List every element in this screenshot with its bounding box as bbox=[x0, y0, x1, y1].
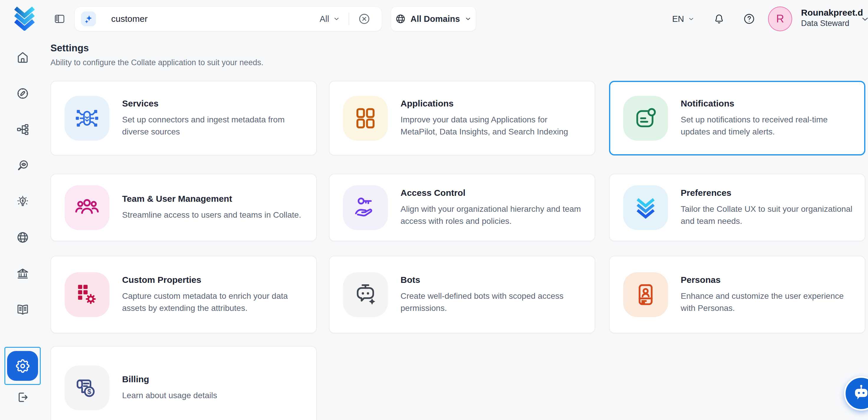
globe-icon bbox=[395, 13, 406, 25]
user-name: Rounakpreet.d bbox=[801, 7, 863, 18]
sidebar-item-domains[interactable] bbox=[16, 231, 30, 244]
svg-text:$: $ bbox=[87, 388, 91, 395]
chevron-down-icon[interactable] bbox=[333, 15, 340, 23]
user-avatar[interactable]: R bbox=[768, 6, 792, 31]
card-text: ServicesSet up connectors and ingest met… bbox=[122, 98, 316, 138]
chevron-down-icon bbox=[464, 15, 472, 23]
settings-card-access-control[interactable]: Access ControlAlign with your organizati… bbox=[329, 174, 595, 241]
clear-search-icon[interactable] bbox=[358, 12, 371, 26]
team-icon bbox=[65, 185, 110, 230]
billing-icon: $ bbox=[65, 365, 110, 410]
card-title: Services bbox=[122, 98, 306, 109]
lineage-icon bbox=[16, 132, 30, 137]
sidebar-item-observability[interactable] bbox=[16, 159, 30, 172]
bank-icon bbox=[16, 276, 30, 281]
bots-icon bbox=[343, 272, 388, 317]
topbar: customer All All Domains EN bbox=[0, 0, 868, 38]
card-text: PreferencesTailor the Collate UX to suit… bbox=[681, 188, 865, 227]
chevron-down-icon bbox=[687, 16, 695, 23]
user-menu[interactable]: Rounakpreet.d Data Steward bbox=[801, 7, 863, 29]
personas-icon bbox=[623, 272, 668, 317]
card-description: Set up connectors and ingest metadata fr… bbox=[122, 114, 306, 138]
logout-icon bbox=[16, 400, 30, 405]
card-text: Custom PropertiesCapture custom metadata… bbox=[122, 275, 316, 314]
settings-card-services[interactable]: ServicesSet up connectors and ingest met… bbox=[51, 81, 317, 155]
book-icon bbox=[16, 312, 30, 317]
card-title: Access Control bbox=[401, 188, 585, 198]
services-icon bbox=[65, 96, 110, 141]
card-text: NotificationsSet up notifications to rec… bbox=[681, 98, 864, 138]
sidebar-item-explore[interactable] bbox=[16, 87, 30, 100]
card-description: Improve your data using Applications for… bbox=[401, 114, 585, 138]
language-label: EN bbox=[672, 14, 684, 24]
collate-logo-icon[interactable] bbox=[13, 6, 36, 32]
card-title: Billing bbox=[122, 374, 217, 384]
ai-sparkle-icon bbox=[81, 11, 96, 26]
settings-card-billing[interactable]: $BillingLearn about usage details bbox=[51, 346, 317, 420]
card-text: BillingLearn about usage details bbox=[122, 374, 227, 401]
search-scope-dropdown[interactable]: All bbox=[320, 14, 329, 24]
divider bbox=[349, 13, 349, 25]
user-menu-chevron-icon[interactable] bbox=[860, 14, 868, 25]
settings-card-notifications[interactable]: NotificationsSet up notifications to rec… bbox=[609, 81, 865, 155]
card-title: Bots bbox=[401, 275, 585, 285]
user-role: Data Steward bbox=[801, 18, 863, 29]
card-title: Personas bbox=[681, 275, 855, 285]
settings-card-applications[interactable]: ApplicationsImprove your data using Appl… bbox=[329, 81, 595, 155]
robot-icon bbox=[850, 383, 868, 404]
applications-icon bbox=[343, 96, 388, 141]
notifications-bell-icon[interactable] bbox=[713, 13, 725, 26]
gear-icon bbox=[7, 351, 38, 381]
sidebar-item-governance[interactable] bbox=[16, 267, 30, 280]
sidebar-item-home[interactable] bbox=[16, 51, 30, 64]
settings-card-bots[interactable]: BotsCreate well-defined bots with scoped… bbox=[329, 256, 595, 333]
access-icon bbox=[343, 185, 388, 230]
page-subtitle: Ability to configure the Collate applica… bbox=[51, 58, 264, 67]
preferences-icon bbox=[623, 185, 668, 230]
card-description: Create well-defined bots with scoped acc… bbox=[401, 290, 585, 314]
card-text: PersonasEnhance and customize the user e… bbox=[681, 275, 865, 314]
settings-card-team-user-management[interactable]: Team & User ManagementStreamline access … bbox=[51, 174, 317, 241]
all-domains-button[interactable]: All Domains bbox=[391, 6, 476, 31]
avatar-initial: R bbox=[776, 13, 784, 25]
card-description: Learn about usage details bbox=[122, 389, 217, 401]
sidebar-item-settings[interactable] bbox=[4, 347, 41, 385]
card-text: BotsCreate well-defined bots with scoped… bbox=[401, 275, 595, 314]
search-input[interactable]: customer bbox=[111, 14, 148, 24]
card-title: Notifications bbox=[681, 98, 854, 109]
card-title: Team & User Management bbox=[122, 194, 301, 204]
left-nav-sidebar bbox=[0, 38, 45, 420]
card-description: Enhance and customize the user experienc… bbox=[681, 290, 855, 314]
collate-settings-page: customer All All Domains EN bbox=[0, 0, 868, 420]
custom-properties-icon bbox=[65, 272, 110, 317]
settings-card-preferences[interactable]: PreferencesTailor the Collate UX to suit… bbox=[609, 174, 865, 241]
language-selector[interactable]: EN bbox=[672, 0, 695, 38]
card-title: Applications bbox=[401, 98, 585, 109]
card-description: Align with your organizational hierarchy… bbox=[401, 203, 585, 227]
card-description: Streamline access to users and teams in … bbox=[122, 209, 301, 221]
card-title: Preferences bbox=[681, 188, 855, 198]
settings-card-personas[interactable]: PersonasEnhance and customize the user e… bbox=[609, 256, 865, 333]
global-search-bar[interactable]: customer All bbox=[74, 6, 382, 31]
globe-icon bbox=[16, 240, 30, 245]
help-icon[interactable] bbox=[743, 12, 756, 27]
sidebar-toggle-icon[interactable] bbox=[54, 13, 65, 25]
all-domains-label: All Domains bbox=[410, 14, 460, 24]
page-title: Settings bbox=[51, 42, 89, 54]
card-description: Tailor the Collate UX to suit your organ… bbox=[681, 203, 855, 227]
compass-icon bbox=[16, 96, 30, 101]
search-eye-icon bbox=[16, 168, 30, 173]
card-description: Set up notifications to received real-ti… bbox=[681, 114, 854, 138]
sidebar-item-glossary[interactable] bbox=[16, 303, 30, 316]
home-icon bbox=[16, 60, 30, 65]
sidebar-item-insights[interactable] bbox=[16, 195, 30, 208]
notifications-icon bbox=[623, 96, 668, 141]
chat-bot-fab[interactable] bbox=[844, 376, 868, 411]
card-text: Access ControlAlign with your organizati… bbox=[401, 188, 595, 227]
sidebar-item-logout[interactable] bbox=[16, 390, 30, 404]
card-description: Capture custom metadata to enrich your d… bbox=[122, 290, 306, 314]
card-text: Team & User ManagementStreamline access … bbox=[122, 194, 311, 221]
sidebar-item-lineage[interactable] bbox=[16, 123, 30, 136]
settings-card-custom-properties[interactable]: Custom PropertiesCapture custom metadata… bbox=[51, 256, 317, 333]
card-title: Custom Properties bbox=[122, 275, 306, 285]
